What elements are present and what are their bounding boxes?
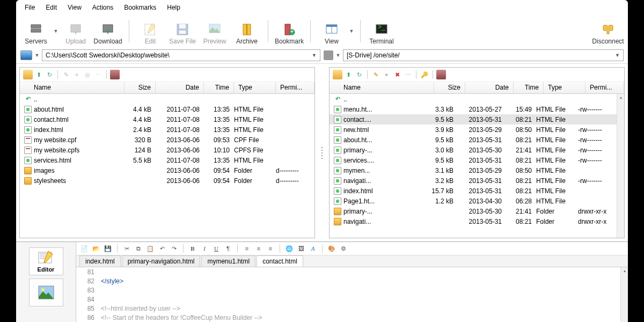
info-icon[interactable]: ⋯ [403,70,413,79]
pane-splitter[interactable] [318,64,326,241]
redo-icon[interactable]: ↷ [169,244,179,253]
up-icon[interactable]: ⬆ [34,70,43,79]
column-header[interactable]: Type [234,82,276,93]
servers-dropdown[interactable]: ▼ [53,28,59,34]
file-row[interactable]: about.ht...9.5 kB2013-05-3108:21HTML Fil… [330,135,617,145]
view-dropdown[interactable]: ▼ [348,28,355,34]
preview-tab-button[interactable] [29,279,63,306]
save-icon[interactable]: 💾 [103,244,113,253]
delete-icon[interactable]: ✖ [392,70,402,79]
cut-icon[interactable]: ✂ [122,244,131,253]
settings-icon[interactable]: ⚙ [339,244,348,253]
open-file-icon[interactable]: 📂 [91,244,101,253]
editor-tab[interactable]: primary-navigation.html [122,255,201,267]
file-row[interactable]: about.html4.4 kB2011-07-0813:35HTML File [20,104,314,114]
file-row[interactable]: index.html15.7 kB2013-05-3108:21HTML Fil… [330,186,617,196]
color-icon[interactable]: 🎨 [327,244,336,253]
file-row[interactable]: navigati...2013-05-3108:21Folderdrwxr-xr… [330,216,617,226]
menu-bookmarks[interactable]: Bookmarks [120,2,160,13]
pilcrow-icon[interactable]: ¶ [223,244,233,253]
servers-button[interactable]: Servers [20,17,52,45]
permissions-icon[interactable]: 🔑 [420,70,429,79]
file-row[interactable]: primary-...3.0 kB2013-05-3021:41HTML Fil… [330,145,617,155]
column-header[interactable]: Name [330,82,434,93]
column-header[interactable]: Time [514,82,544,93]
file-row[interactable]: contact.html4.4 kB2011-07-0813:35HTML Fi… [20,114,314,125]
file-row[interactable]: contact....9.5 kB2013-05-3108:21HTML Fil… [330,114,617,125]
refresh-icon[interactable]: ↻ [354,70,364,79]
menu-help[interactable]: Help [163,2,185,13]
remote-scrollbar[interactable]: ▴ [617,94,624,238]
menu-file[interactable]: File [20,2,39,13]
editor-tab[interactable]: mymenu1.html [201,255,255,267]
editor-tab[interactable]: index.html [79,255,121,267]
editor-scrollbar[interactable]: ▴ [620,267,628,322]
download-button[interactable]: Download [92,17,123,45]
edit-icon[interactable]: ✎ [61,70,71,79]
align-right-icon[interactable]: ≡ [266,244,275,253]
new-file-icon[interactable]: 📄 [79,244,89,253]
file-row[interactable]: my website.cpfs124 B2013-06-0610:10CPFS … [20,145,314,155]
file-row[interactable]: menu.ht...3.3 kB2013-05-2715:49HTML File… [330,104,617,114]
column-header[interactable]: Permi... [276,82,314,93]
file-row[interactable]: services....9.5 kB2013-05-3108:21HTML Fi… [330,155,617,165]
italic-icon[interactable]: I [200,244,209,253]
remote-server-icon[interactable] [324,50,333,60]
file-row[interactable]: primary-...2013-05-3021:41Folderdrwxr-xr… [330,206,617,216]
search-icon[interactable]: ⌖ [382,70,391,79]
link-icon[interactable]: 🌐 [284,244,294,253]
menu-edit[interactable]: Edit [41,2,61,13]
editor-tab-button[interactable]: Editor [29,247,63,275]
file-row[interactable]: index.html2.4 kB2011-07-0813:35HTML File [20,125,314,135]
target-icon[interactable]: ◎ [83,70,92,79]
file-row[interactable]: Page1.ht...1.2 kB2013-04-3006:28HTML Fil… [330,196,617,206]
local-column-headers[interactable]: NameSizeDateTimeTypePermi... [20,82,314,94]
undo-icon[interactable]: ↶ [157,244,167,253]
column-header[interactable]: Type [544,82,586,93]
up-icon[interactable]: ⬆ [343,70,353,79]
view-button[interactable]: View [316,17,347,45]
bookmark-icon[interactable] [110,70,120,79]
image-icon[interactable]: 🖼 [296,244,306,253]
file-row[interactable]: images2013-06-0609:54Folderd--------- [20,165,314,175]
bookmark-icon[interactable] [436,70,446,79]
align-center-icon[interactable]: ≡ [254,244,264,253]
file-row[interactable]: stylesheets2013-06-0609:54Folderd-------… [20,175,314,186]
underline-icon[interactable]: U [211,244,221,253]
file-row[interactable]: navigati...3.2 kB2013-05-3108:21HTML Fil… [330,175,617,186]
info-icon[interactable]: ⋯ [93,70,103,79]
column-header[interactable]: Name [20,82,125,93]
code-lines[interactable]: </style> <!--html inserted by user --><!… [98,267,620,322]
bookmark-button[interactable]: +Bookmark [274,17,305,45]
local-pc-icon[interactable] [20,50,32,60]
search-icon[interactable]: ⌖ [72,70,82,79]
terminal-button[interactable]: >_Terminal [366,17,397,45]
remote-history-dropdown[interactable]: ▼ [335,53,341,58]
archive-button[interactable]: Archive [231,17,262,45]
column-header[interactable]: Permi... [586,82,624,93]
remote-column-headers[interactable]: NameSizeDateTimeTypePermi... [330,82,624,94]
remote-file-list[interactable]: ↶..menu.ht...3.3 kB2013-05-2715:49HTML F… [330,94,617,238]
column-header[interactable]: Date [465,82,514,93]
column-header[interactable]: Size [434,82,465,93]
paste-icon[interactable]: 📋 [145,244,155,253]
disconnect-button[interactable]: Disconnect [592,17,624,45]
local-history-dropdown[interactable]: ▼ [34,53,40,58]
file-row[interactable]: new.html3.9 kB2013-05-2908:50HTML File-r… [330,125,617,135]
code-editor[interactable]: 818283848586 </style> <!--html inserted … [76,267,628,322]
file-row[interactable]: services.html5.5 kB2011-07-0813:35HTML F… [20,155,314,165]
align-left-icon[interactable]: ≡ [242,244,252,253]
refresh-icon[interactable]: ↻ [45,70,54,79]
new-folder-icon[interactable] [23,70,33,79]
file-row[interactable]: my website.cpf320 B2013-06-0609:53CPF Fi… [20,135,314,145]
column-header[interactable]: Date [156,82,204,93]
bold-icon[interactable]: B [188,244,197,253]
local-file-list[interactable]: ↶..about.html4.4 kB2011-07-0813:35HTML F… [20,94,314,238]
column-header[interactable]: Size [125,82,156,93]
column-header[interactable]: Time [204,82,234,93]
font-icon[interactable]: A [308,244,318,253]
remote-path-input[interactable]: [S-Drive] /one/site/ ▼ [343,49,624,61]
edit-icon[interactable]: ✎ [371,70,380,79]
editor-tab[interactable]: contact.html [257,255,303,267]
new-folder-icon[interactable] [333,70,342,79]
